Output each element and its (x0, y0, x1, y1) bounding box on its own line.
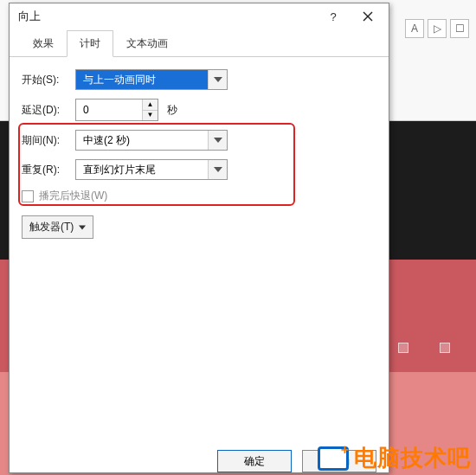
chevron-down-icon[interactable] (208, 70, 227, 89)
delay-value: 0 (76, 99, 142, 120)
repeat-value: 直到幻灯片末尾 (76, 160, 208, 179)
chevron-down-icon (79, 225, 86, 230)
timing-dialog: 向上 ? 效果 计时 文本动画 开始(S): 与上一动画同时 (9, 3, 389, 473)
spinner-up[interactable]: ▲ (143, 99, 158, 111)
ribbon-button-c[interactable]: ☐ (450, 19, 469, 38)
chevron-down-icon[interactable] (208, 160, 227, 179)
dialog-title: 向上 (18, 9, 316, 24)
help-button[interactable]: ? (316, 4, 351, 29)
repeat-combo[interactable]: 直到幻灯片末尾 (75, 159, 228, 180)
cancel-button[interactable]: 取消 (302, 450, 376, 472)
delay-unit: 秒 (167, 103, 177, 118)
duration-combo[interactable]: 中速(2 秒) (75, 130, 228, 151)
trigger-button[interactable]: 触发器(T) (22, 215, 93, 239)
delay-label: 延迟(D): (22, 103, 75, 118)
duration-value: 中速(2 秒) (76, 131, 208, 150)
rewind-label: 播完后快退(W) (39, 189, 107, 203)
chevron-down-icon[interactable] (208, 131, 227, 150)
start-label: 开始(S): (22, 73, 75, 87)
delay-spinner[interactable]: 0 ▲ ▼ (75, 99, 158, 121)
tab-timing[interactable]: 计时 (67, 30, 113, 57)
duration-label: 期间(N): (22, 133, 75, 148)
close-icon (363, 11, 373, 22)
rewind-checkbox[interactable] (22, 190, 34, 202)
close-button[interactable] (351, 4, 385, 29)
ribbon-button-b[interactable]: ▷ (428, 19, 447, 38)
ribbon-toolbar: A ▷ ☐ (405, 19, 469, 38)
ok-button[interactable]: 确定 (217, 450, 292, 472)
repeat-label: 重复(R): (22, 163, 75, 177)
start-combo[interactable]: 与上一动画同时 (75, 69, 228, 90)
selection-handle[interactable] (440, 343, 450, 353)
title-bar[interactable]: 向上 ? (10, 3, 389, 29)
tab-strip: 效果 计时 文本动画 (10, 29, 389, 57)
ribbon-button-a[interactable]: A (405, 19, 424, 38)
selection-handle[interactable] (398, 343, 408, 353)
start-value: 与上一动画同时 (76, 70, 208, 89)
tab-effect[interactable]: 效果 (20, 30, 67, 57)
tab-text-anim[interactable]: 文本动画 (113, 30, 181, 57)
spinner-down[interactable]: ▼ (143, 111, 158, 121)
